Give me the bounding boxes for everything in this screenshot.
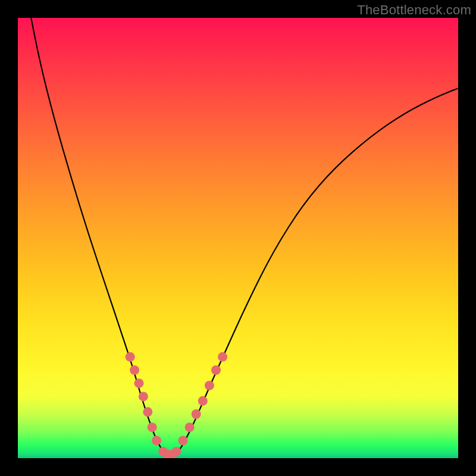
highlight-dot [205, 381, 214, 390]
chart-frame: TheBottleneck.com [0, 0, 476, 476]
highlight-dot [178, 436, 188, 445]
highlight-dot [192, 409, 201, 419]
highlight-dot [139, 392, 148, 401]
highlight-dot [171, 447, 181, 456]
highlight-dot [198, 396, 208, 406]
chart-svg [18, 18, 458, 458]
highlight-dots-group [126, 352, 227, 458]
highlight-dot [152, 436, 161, 445]
plot-area [18, 18, 458, 458]
highlight-dot [148, 422, 157, 432]
highlight-dot [185, 422, 195, 432]
bottleneck-curve [31, 18, 458, 456]
highlight-dot [143, 407, 152, 416]
watermark-text: TheBottleneck.com [357, 2, 471, 18]
highlight-dot [126, 352, 135, 362]
highlight-dot [134, 378, 144, 388]
highlight-dot [130, 365, 139, 375]
highlight-dot [211, 365, 221, 375]
highlight-dot [218, 352, 227, 362]
